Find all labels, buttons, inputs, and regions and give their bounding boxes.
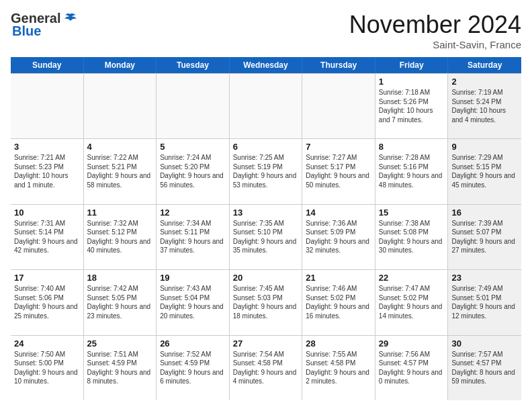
header-day-monday: Monday (84, 57, 157, 73)
cell-info: Sunrise: 7:21 AM Sunset: 5:23 PM Dayligh… (14, 153, 80, 189)
calendar-cell: 4Sunrise: 7:22 AM Sunset: 5:21 PM Daylig… (84, 139, 157, 203)
calendar-cell: 2Sunrise: 7:19 AM Sunset: 5:24 PM Daylig… (448, 74, 521, 138)
calendar-cell: 20Sunrise: 7:45 AM Sunset: 5:03 PM Dayli… (230, 270, 303, 334)
cell-info: Sunrise: 7:46 AM Sunset: 5:02 PM Dayligh… (306, 284, 371, 320)
calendar-cell: 7Sunrise: 7:27 AM Sunset: 5:17 PM Daylig… (302, 139, 375, 203)
cell-info: Sunrise: 7:51 AM Sunset: 4:59 PM Dayligh… (87, 350, 153, 386)
header-day-sunday: Sunday (11, 57, 84, 73)
cell-info: Sunrise: 7:28 AM Sunset: 5:16 PM Dayligh… (379, 153, 445, 189)
calendar-body: 1Sunrise: 7:18 AM Sunset: 5:26 PM Daylig… (11, 73, 521, 400)
header-day-thursday: Thursday (302, 57, 375, 73)
day-number: 27 (233, 338, 299, 349)
calendar-cell: 29Sunrise: 7:56 AM Sunset: 4:57 PM Dayli… (375, 336, 449, 400)
day-number: 29 (379, 338, 445, 349)
calendar-cell: 30Sunrise: 7:57 AM Sunset: 4:57 PM Dayli… (448, 336, 521, 400)
day-number: 24 (14, 338, 80, 349)
day-number: 13 (233, 208, 299, 218)
calendar-row-4: 17Sunrise: 7:40 AM Sunset: 5:06 PM Dayli… (11, 270, 521, 335)
calendar-cell: 14Sunrise: 7:36 AM Sunset: 5:09 PM Dayli… (302, 205, 375, 269)
calendar-cell: 17Sunrise: 7:40 AM Sunset: 5:06 PM Dayli… (11, 270, 84, 334)
cell-info: Sunrise: 7:42 AM Sunset: 5:05 PM Dayligh… (87, 284, 153, 320)
cell-info: Sunrise: 7:43 AM Sunset: 5:04 PM Dayligh… (160, 284, 226, 320)
cell-info: Sunrise: 7:34 AM Sunset: 5:11 PM Dayligh… (160, 219, 226, 255)
day-number: 15 (379, 208, 445, 218)
header-day-saturday: Saturday (448, 57, 521, 73)
calendar-row-5: 24Sunrise: 7:50 AM Sunset: 5:00 PM Dayli… (11, 336, 521, 400)
calendar-cell: 21Sunrise: 7:46 AM Sunset: 5:02 PM Dayli… (302, 270, 375, 334)
cell-info: Sunrise: 7:27 AM Sunset: 5:17 PM Dayligh… (306, 153, 371, 189)
month-title: November 2024 (349, 11, 521, 39)
calendar-header: SundayMondayTuesdayWednesdayThursdayFrid… (11, 57, 521, 73)
calendar-row-3: 10Sunrise: 7:31 AM Sunset: 5:14 PM Dayli… (11, 205, 521, 270)
calendar-page: General Blue November 2024 Saint-Savin, … (0, 0, 532, 411)
calendar-row-2: 3Sunrise: 7:21 AM Sunset: 5:23 PM Daylig… (11, 139, 521, 204)
calendar-cell: 24Sunrise: 7:50 AM Sunset: 5:00 PM Dayli… (11, 336, 84, 400)
logo-blue-text: Blue (12, 24, 41, 39)
cell-info: Sunrise: 7:57 AM Sunset: 4:57 PM Dayligh… (451, 350, 518, 386)
calendar-cell: 10Sunrise: 7:31 AM Sunset: 5:14 PM Dayli… (11, 205, 84, 269)
day-number: 25 (87, 338, 153, 349)
location: Saint-Savin, France (349, 39, 521, 50)
header-day-wednesday: Wednesday (230, 57, 303, 73)
day-number: 23 (451, 273, 518, 283)
calendar-cell: 8Sunrise: 7:28 AM Sunset: 5:16 PM Daylig… (375, 139, 449, 203)
calendar-cell: 16Sunrise: 7:39 AM Sunset: 5:07 PM Dayli… (448, 205, 521, 269)
day-number: 22 (379, 273, 445, 283)
cell-info: Sunrise: 7:39 AM Sunset: 5:07 PM Dayligh… (451, 219, 518, 255)
calendar-cell: 19Sunrise: 7:43 AM Sunset: 5:04 PM Dayli… (157, 270, 230, 334)
logo: General Blue (11, 11, 77, 39)
cell-info: Sunrise: 7:19 AM Sunset: 5:24 PM Dayligh… (451, 88, 518, 124)
calendar-cell: 13Sunrise: 7:35 AM Sunset: 5:10 PM Dayli… (230, 205, 303, 269)
calendar-cell: 23Sunrise: 7:49 AM Sunset: 5:01 PM Dayli… (448, 270, 521, 334)
day-number: 26 (160, 338, 226, 349)
day-number: 12 (160, 208, 226, 218)
cell-info: Sunrise: 7:36 AM Sunset: 5:09 PM Dayligh… (306, 219, 371, 255)
day-number: 19 (160, 273, 226, 283)
calendar-cell: 28Sunrise: 7:55 AM Sunset: 4:58 PM Dayli… (302, 336, 375, 400)
calendar-cell: 22Sunrise: 7:47 AM Sunset: 5:02 PM Dayli… (375, 270, 449, 334)
day-number: 14 (306, 208, 371, 218)
day-number: 30 (451, 338, 518, 349)
cell-info: Sunrise: 7:35 AM Sunset: 5:10 PM Dayligh… (233, 219, 299, 255)
day-number: 5 (160, 142, 226, 152)
calendar-cell (84, 74, 157, 138)
cell-info: Sunrise: 7:52 AM Sunset: 4:59 PM Dayligh… (160, 350, 226, 386)
day-number: 3 (14, 142, 80, 152)
cell-info: Sunrise: 7:45 AM Sunset: 5:03 PM Dayligh… (233, 284, 299, 320)
cell-info: Sunrise: 7:31 AM Sunset: 5:14 PM Dayligh… (14, 219, 80, 255)
calendar: SundayMondayTuesdayWednesdayThursdayFrid… (11, 57, 521, 400)
calendar-cell (230, 74, 303, 138)
day-number: 11 (87, 208, 153, 218)
cell-info: Sunrise: 7:24 AM Sunset: 5:20 PM Dayligh… (160, 153, 226, 189)
day-number: 10 (14, 208, 80, 218)
day-number: 17 (14, 273, 80, 283)
calendar-cell: 15Sunrise: 7:38 AM Sunset: 5:08 PM Dayli… (375, 205, 449, 269)
cell-info: Sunrise: 7:32 AM Sunset: 5:12 PM Dayligh… (87, 219, 153, 255)
calendar-cell: 3Sunrise: 7:21 AM Sunset: 5:23 PM Daylig… (11, 139, 84, 203)
calendar-cell (302, 74, 375, 138)
cell-info: Sunrise: 7:50 AM Sunset: 5:00 PM Dayligh… (14, 350, 80, 386)
calendar-cell: 11Sunrise: 7:32 AM Sunset: 5:12 PM Dayli… (84, 205, 157, 269)
cell-info: Sunrise: 7:54 AM Sunset: 4:58 PM Dayligh… (233, 350, 299, 386)
cell-info: Sunrise: 7:29 AM Sunset: 5:15 PM Dayligh… (451, 153, 518, 189)
calendar-cell: 25Sunrise: 7:51 AM Sunset: 4:59 PM Dayli… (84, 336, 157, 400)
day-number: 9 (451, 142, 518, 152)
calendar-cell: 26Sunrise: 7:52 AM Sunset: 4:59 PM Dayli… (157, 336, 230, 400)
cell-info: Sunrise: 7:18 AM Sunset: 5:26 PM Dayligh… (379, 88, 445, 124)
title-block: November 2024 Saint-Savin, France (349, 11, 521, 50)
day-number: 8 (379, 142, 445, 152)
logo-bird-icon (62, 13, 77, 25)
header-day-friday: Friday (375, 57, 449, 73)
day-number: 6 (233, 142, 299, 152)
calendar-row-1: 1Sunrise: 7:18 AM Sunset: 5:26 PM Daylig… (11, 73, 521, 139)
day-number: 18 (87, 273, 153, 283)
cell-info: Sunrise: 7:25 AM Sunset: 5:19 PM Dayligh… (233, 153, 299, 189)
day-number: 2 (451, 77, 518, 87)
cell-info: Sunrise: 7:38 AM Sunset: 5:08 PM Dayligh… (379, 219, 445, 255)
calendar-cell: 5Sunrise: 7:24 AM Sunset: 5:20 PM Daylig… (157, 139, 230, 203)
cell-info: Sunrise: 7:22 AM Sunset: 5:21 PM Dayligh… (87, 153, 153, 189)
cell-info: Sunrise: 7:40 AM Sunset: 5:06 PM Dayligh… (14, 284, 80, 320)
day-number: 20 (233, 273, 299, 283)
calendar-cell: 12Sunrise: 7:34 AM Sunset: 5:11 PM Dayli… (157, 205, 230, 269)
calendar-cell: 1Sunrise: 7:18 AM Sunset: 5:26 PM Daylig… (375, 74, 449, 138)
